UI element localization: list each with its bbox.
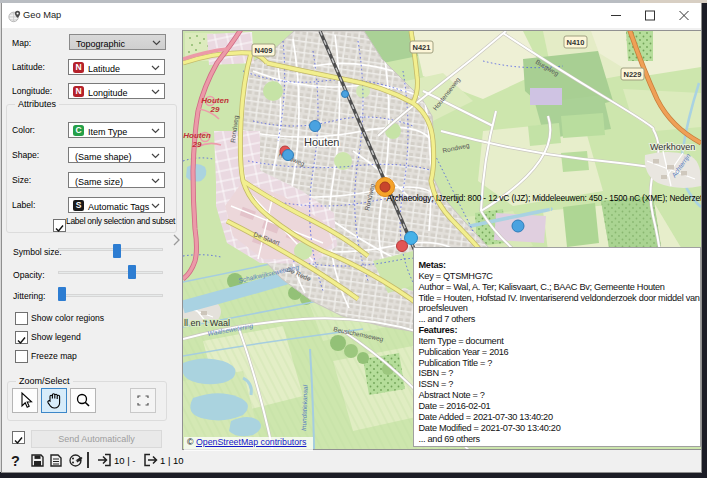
svg-text:N421: N421: [413, 43, 431, 52]
svg-text:Houten: Houten: [304, 136, 339, 148]
svg-text:ll en 't Waal: ll en 't Waal: [184, 318, 230, 328]
svg-text:Houten: Houten: [183, 131, 211, 140]
svg-text:Archaeology; IJzertijd: 800 -: Archaeology; IJzertijd: 800 - 12 vC (IJZ…: [387, 193, 702, 203]
svg-text:N409: N409: [255, 46, 273, 55]
svg-text:N410: N410: [567, 38, 585, 47]
svg-text:29: 29: [192, 140, 202, 149]
svg-text:29: 29: [210, 105, 220, 114]
svg-text:Werkhoven: Werkhoven: [650, 142, 695, 152]
svg-text:Houten: Houten: [201, 96, 229, 105]
svg-text:N229: N229: [624, 70, 642, 79]
